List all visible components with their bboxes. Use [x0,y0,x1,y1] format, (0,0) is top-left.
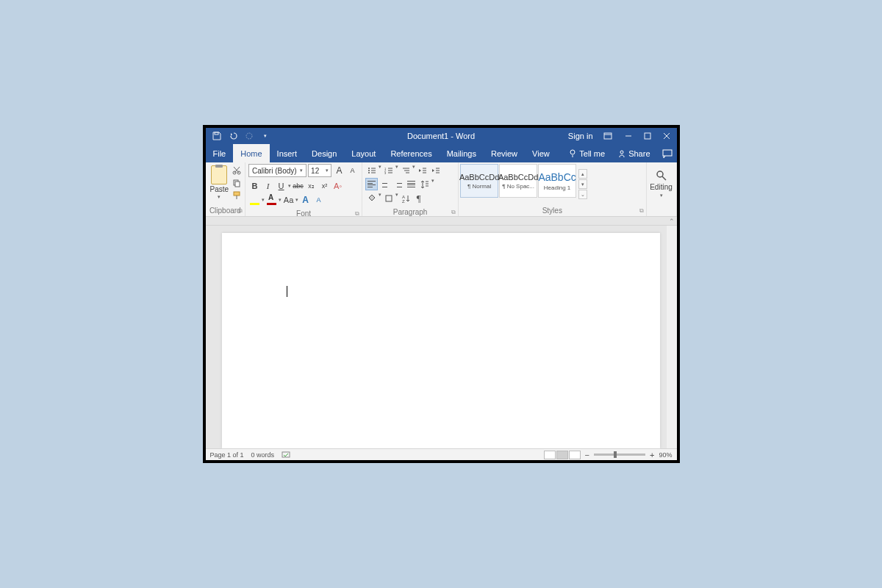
decrease-indent-button[interactable] [416,164,429,176]
style-heading1[interactable]: AaBbCc Heading 1 [538,164,576,198]
ruler-area: ⌃ [206,217,677,226]
font-name-combo[interactable]: Calibri (Body)▾ [248,164,306,177]
borders-dropdown-icon[interactable]: ▾ [395,192,398,204]
font-color-button[interactable] [265,193,278,206]
clipboard-group-label: Clipboard⧉ [206,206,245,216]
zoom-in-icon[interactable]: + [650,451,654,459]
tab-file[interactable]: File [206,144,234,162]
svg-point-8 [570,150,575,154]
numbering-button[interactable]: 123 [382,164,395,176]
svg-rect-51 [282,452,290,457]
text-effects-button[interactable]: A [299,193,312,206]
ribbon-options-icon[interactable] [602,130,614,142]
tab-design[interactable]: Design [304,144,344,162]
view-buttons [544,451,581,459]
svg-rect-5 [645,133,650,139]
tab-layout[interactable]: Layout [344,144,383,162]
word-count[interactable]: 0 words [251,451,275,459]
underline-button[interactable]: U [275,179,287,192]
italic-button[interactable]: I [262,179,274,192]
close-icon[interactable] [661,130,673,142]
find-icon[interactable] [656,170,667,182]
multilevel-dropdown-icon[interactable]: ▾ [412,164,415,176]
vertical-scrollbar[interactable] [667,226,677,448]
font-color-dropdown-icon[interactable]: ▾ [279,197,282,203]
spellcheck-icon[interactable] [282,451,292,459]
shrink-font-button[interactable]: A [346,164,359,176]
page-count[interactable]: Page 1 of 1 [210,451,244,459]
style-normal[interactable]: AaBbCcDd ¶ Normal [460,164,498,198]
zoom-level[interactable]: 90% [659,451,672,459]
style-no-spacing[interactable]: AaBbCcDd ¶ No Spac... [499,164,537,198]
quick-access-toolbar: ▾ [206,131,270,141]
highlight-dropdown-icon[interactable]: ▾ [262,197,265,203]
tab-references[interactable]: References [383,144,439,162]
qat-dropdown-icon[interactable]: ▾ [260,131,270,141]
styles-up-icon[interactable]: ▴ [578,169,587,179]
collapse-ribbon-icon[interactable]: ⌃ [669,218,675,225]
cut-icon[interactable] [232,165,242,176]
tab-mailings[interactable]: Mailings [440,144,484,162]
paste-button[interactable]: Paste ▾ [209,164,231,201]
font-size-combo[interactable]: 12▾ [308,164,331,177]
print-layout-button[interactable] [556,451,568,459]
save-icon[interactable] [212,131,222,141]
svg-point-22 [368,170,370,171]
tab-review[interactable]: Review [484,144,525,162]
show-hide-button[interactable]: ¶ [412,192,425,204]
change-case-button[interactable]: Aa [282,193,295,206]
copy-icon[interactable] [232,178,242,188]
sort-button[interactable]: AZ [399,192,412,204]
tell-me-search[interactable]: Tell me [563,149,611,158]
zoom-slider[interactable] [594,453,645,456]
align-left-button[interactable] [365,178,378,190]
highlight-button[interactable] [248,193,261,206]
align-center-button[interactable] [379,178,391,190]
clear-formatting-button[interactable]: A◦ [331,179,344,192]
borders-button[interactable] [382,192,395,204]
styles-down-icon[interactable]: ▾ [578,179,587,189]
tab-home[interactable]: Home [233,144,269,162]
maximize-icon[interactable] [642,130,653,142]
styles-launcher-icon[interactable]: ⧉ [639,207,644,215]
underline-dropdown-icon[interactable]: ▾ [288,183,291,189]
bullets-button[interactable] [365,164,378,176]
share-button[interactable]: Share [612,149,656,158]
shading-dropdown-icon[interactable]: ▾ [379,192,381,204]
minimize-icon[interactable] [623,130,634,142]
undo-icon[interactable] [228,131,238,141]
justify-button[interactable] [405,178,417,190]
document-area [206,226,677,448]
tab-view[interactable]: View [525,144,557,162]
format-painter-icon[interactable] [232,190,242,201]
svg-point-24 [368,172,370,173]
strikethrough-button[interactable]: abc [292,179,304,192]
spacing-dropdown-icon[interactable]: ▾ [431,178,434,190]
styles-more-icon[interactable]: ⌄ [578,190,587,199]
document-page[interactable] [222,233,660,448]
bold-button[interactable]: B [248,179,261,192]
line-spacing-button[interactable] [418,178,431,190]
clipboard-launcher-icon[interactable]: ⧉ [238,207,243,215]
numbering-dropdown-icon[interactable]: ▾ [395,164,398,176]
shading-button[interactable] [365,192,378,204]
align-right-button[interactable] [392,178,404,190]
multilevel-list-button[interactable] [399,164,412,176]
bullets-dropdown-icon[interactable]: ▾ [379,164,381,176]
case-dropdown-icon[interactable]: ▾ [295,197,298,203]
zoom-out-icon[interactable]: − [585,451,589,459]
web-layout-button[interactable] [569,451,581,459]
tab-insert[interactable]: Insert [270,144,305,162]
editing-dropdown-icon[interactable]: ▾ [660,193,663,198]
subscript-button[interactable]: x₂ [305,179,318,192]
text-effects-small-button[interactable]: A [312,193,325,206]
superscript-button[interactable]: x² [318,179,331,192]
paragraph-launcher-icon[interactable]: ⧉ [451,209,456,216]
read-mode-button[interactable] [544,451,556,459]
sign-in-link[interactable]: Sign in [568,132,593,140]
paste-dropdown-icon[interactable]: ▾ [218,194,220,200]
grow-font-button[interactable]: A [333,164,345,176]
increase-indent-button[interactable] [429,164,442,176]
comments-icon[interactable] [658,149,677,158]
redo-icon[interactable] [244,131,254,141]
